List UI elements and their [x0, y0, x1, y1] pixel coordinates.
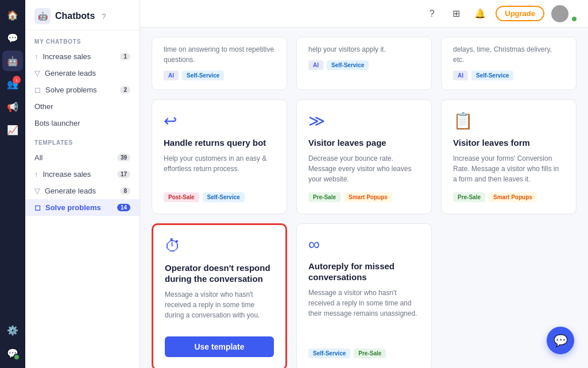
nav-icon-settings[interactable]: ⚙️: [2, 320, 23, 340]
use-template-button[interactable]: Use template: [165, 336, 274, 357]
card-visitor-leaves-page: ≫ Visitor leaves page Decrease your boun…: [296, 99, 432, 214]
returns-icon: ↩: [164, 111, 275, 130]
nav-icon-chart[interactable]: 📈: [2, 119, 23, 140]
card-tags: Pre-Sale Smart Popups: [453, 192, 564, 202]
visitor-form-icon: 📋: [453, 111, 564, 130]
partial-card-3: delays, time, Christmas delivery, etc. A…: [441, 37, 577, 90]
nav-icon-home[interactable]: 🏠: [2, 5, 23, 25]
bell-icon[interactable]: 🔔: [471, 5, 489, 22]
card-tags: Self-Service Pre-Sale: [308, 348, 420, 358]
sidebar-item-label: Increase sales: [43, 52, 91, 61]
sidebar-item-other[interactable]: Other: [25, 98, 140, 115]
card-handle-returns: ↩ Handle returns query bot Help your cus…: [152, 99, 287, 214]
tag-pre-sale: Pre-Sale: [453, 192, 485, 202]
sidebar-item-increase-sales[interactable]: ↑ Increase sales 1: [25, 48, 140, 65]
sidebar-item-solve-problems[interactable]: ◻ Solve problems 2: [25, 82, 140, 98]
avatar[interactable]: [551, 5, 568, 22]
nav-icon-bot[interactable]: 🤖: [2, 51, 23, 71]
tag-self-service: Self-Service: [471, 71, 513, 80]
card-desc: Message a visitor who hasn't received a …: [308, 288, 420, 340]
sidebar: 🤖 Chatbots ? MY CHATBOTS ↑ Increase sale…: [25, 0, 140, 368]
main-content: ? ⊞ 🔔 Upgrade time on answering to most …: [140, 0, 588, 368]
sidebar-header: 🤖 Chatbots ?: [25, 0, 140, 30]
operator-icon: ⏱: [165, 237, 274, 255]
help-icon[interactable]: ?: [102, 12, 106, 21]
tag-self-service: Self-Service: [308, 348, 350, 358]
nav-icon-megaphone[interactable]: 📢: [2, 96, 23, 117]
cards-area: time on answering to most repetitive que…: [140, 28, 588, 368]
sidebar-item-template-solve-problems[interactable]: ◻ Solve problems 14: [25, 199, 140, 216]
item-count-badge: 39: [117, 154, 130, 161]
partial-card-desc-3: delays, time, Christmas delivery, etc.: [453, 44, 564, 65]
item-count-badge: 14: [117, 204, 130, 211]
templates-section-label: TEMPLATES: [25, 131, 140, 149]
partial-card-2: help your visitors apply it. AI Self-Ser…: [296, 37, 432, 90]
icon-navigation: 🏠 💬 🤖 👥 1 📢 📈 ⚙️ 💬: [0, 0, 25, 368]
tag-self-service: Self-Service: [203, 192, 245, 202]
card-visitor-leaves-form: 📋 Visitor leaves form Increase your form…: [441, 99, 577, 214]
question-icon[interactable]: ?: [423, 5, 440, 22]
item-count-badge: 1: [120, 53, 130, 60]
card-title: Handle returns query bot: [164, 137, 275, 149]
card-autoreply-missed: ∞ Autoreply for missed conversations Mes…: [296, 223, 432, 369]
sidebar-item-generate-leads[interactable]: ▽ Generate leads: [25, 65, 140, 82]
generate-leads-icon: ▽: [34, 69, 40, 78]
tag-ai: AI: [453, 71, 468, 80]
item-count-badge: 2: [120, 86, 130, 94]
card-tags: Post-Sale Self-Service: [164, 192, 275, 202]
item-count-badge: 17: [117, 171, 130, 178]
chatbot-logo-icon: 🤖: [34, 8, 51, 24]
sidebar-item-template-generate-leads[interactable]: ▽ Generate leads 8: [25, 183, 140, 199]
sidebar-item-label: Increase sales: [43, 170, 91, 179]
grid-icon[interactable]: ⊞: [447, 5, 465, 22]
tag-pre-sale: Pre-Sale: [308, 192, 341, 202]
sidebar-item-label: Generate leads: [45, 69, 96, 78]
chat-fab-button[interactable]: 💬: [547, 327, 574, 354]
card-title: Visitor leaves page: [308, 137, 420, 149]
sidebar-item-label: Solve problems: [45, 86, 97, 94]
sidebar-item-label: Generate leads: [45, 187, 96, 195]
nav-icon-support[interactable]: 💬: [2, 343, 23, 363]
card-desc: Message a visitor who hasn't received a …: [165, 289, 274, 320]
card-tags: Pre-Sale Smart Popups: [308, 192, 420, 202]
solve-problems-icon: ◻: [34, 86, 41, 94]
sidebar-item-all[interactable]: All 39: [25, 149, 140, 166]
sidebar-item-bots-launcher[interactable]: Bots launcher: [25, 115, 140, 131]
increase-sales-icon: ↑: [34, 52, 38, 61]
tag-pre-sale: Pre-Sale: [354, 348, 386, 358]
tag-ai: AI: [164, 71, 179, 80]
sidebar-item-template-increase-sales[interactable]: ↑ Increase sales 17: [25, 166, 140, 183]
upgrade-button[interactable]: Upgrade: [496, 6, 544, 21]
partial-card-desc-1: time on answering to most repetitive que…: [164, 44, 275, 65]
main-header: ? ⊞ 🔔 Upgrade: [140, 0, 588, 28]
tag-smart-popups: Smart Popups: [489, 192, 537, 202]
online-status-dot: [572, 17, 577, 21]
tag-post-sale: Post-Sale: [164, 192, 199, 202]
solve-problems-icon: ◻: [34, 203, 41, 212]
card-desc: Help your customers in an easy & effortl…: [164, 153, 275, 184]
partial-card-1: time on answering to most repetitive que…: [152, 37, 287, 90]
visitor-page-icon: ≫: [308, 111, 420, 130]
partial-card-tags-3: AI Self-Service: [453, 71, 564, 80]
my-chatbots-section-label: MY CHATBOTS: [25, 30, 140, 48]
sidebar-item-label: Solve problems: [45, 203, 101, 212]
tag-smart-popups: Smart Popups: [344, 192, 392, 202]
nav-icon-chat[interactable]: 💬: [2, 28, 23, 48]
sidebar-item-label: Other: [34, 102, 53, 111]
partial-cards-row: time on answering to most repetitive que…: [152, 37, 577, 90]
partial-card-tags-1: AI Self-Service: [164, 71, 275, 80]
sidebar-title: Chatbots: [55, 11, 95, 21]
card-title: Visitor leaves form: [453, 137, 564, 149]
tag-self-service: Self-Service: [327, 60, 369, 70]
card-desc: Decrease your bounce rate. Message every…: [308, 153, 420, 184]
item-count-badge: 8: [120, 187, 130, 195]
card-title: Operator doesn't respond during the conv…: [165, 262, 274, 285]
nav-icon-people[interactable]: 👥 1: [2, 73, 23, 94]
nav-badge: 1: [13, 76, 21, 84]
generate-leads-icon: ▽: [34, 187, 40, 195]
card-desc: Increase your forms' Conversion Rate. Me…: [453, 153, 564, 184]
tag-ai: AI: [308, 60, 323, 70]
partial-card-tags-2: AI Self-Service: [308, 60, 420, 70]
card-operator-no-respond: ⏱ Operator doesn't respond during the co…: [152, 223, 287, 369]
tag-self-service: Self-Service: [182, 71, 224, 80]
